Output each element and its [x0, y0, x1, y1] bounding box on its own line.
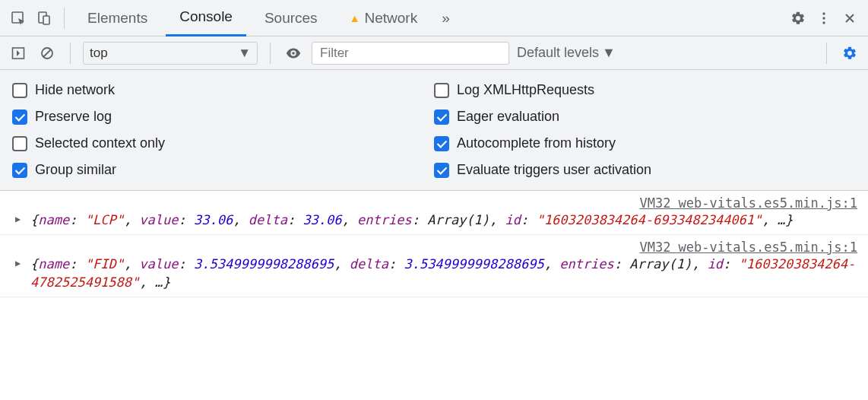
- chevron-down-icon: ▼: [238, 46, 251, 61]
- devtools-toolbar: Elements Console Sources Network »: [0, 0, 868, 37]
- setting-label: Hide network: [35, 82, 115, 98]
- device-toggle-icon[interactable]: [33, 8, 55, 29]
- svg-point-5: [822, 21, 825, 24]
- setting-autocomplete-from-history[interactable]: Autocomplete from history: [434, 135, 856, 151]
- log-object: {name: "FID", value: 3.5349999998288695,…: [30, 255, 860, 292]
- expand-arrow-icon[interactable]: ▶: [15, 258, 21, 268]
- clear-console-icon[interactable]: [36, 43, 58, 64]
- setting-label: Autocomplete from history: [457, 135, 616, 151]
- console-settings-panel: Hide networkPreserve logSelected context…: [0, 70, 868, 191]
- checkbox-icon: [12, 163, 27, 178]
- log-entry[interactable]: VM32 web-vitals.es5.min.js:1▶{name: "FID…: [0, 235, 868, 297]
- close-icon[interactable]: [839, 8, 860, 29]
- console-settings-gear-icon[interactable]: [839, 43, 860, 64]
- expand-arrow-icon[interactable]: ▶: [15, 214, 21, 224]
- setting-hide-network[interactable]: Hide network: [12, 82, 434, 98]
- separator: [70, 43, 71, 64]
- setting-selected-context-only[interactable]: Selected context only: [12, 135, 434, 151]
- setting-evaluate-triggers-user-activation[interactable]: Evaluate triggers user activation: [434, 162, 856, 178]
- filter-input[interactable]: [312, 42, 509, 65]
- console-output: VM32 web-vitals.es5.min.js:1▶{name: "LCP…: [0, 191, 868, 297]
- log-entry[interactable]: VM32 web-vitals.es5.min.js:1▶{name: "LCP…: [0, 191, 868, 235]
- separator: [64, 8, 65, 29]
- log-object: {name: "LCP", value: 33.06, delta: 33.06…: [30, 211, 860, 230]
- settings-gear-icon[interactable]: [787, 8, 809, 29]
- chevron-down-icon: ▼: [602, 45, 616, 61]
- checkbox-icon: [434, 83, 449, 98]
- checkbox-icon: [12, 136, 27, 151]
- checkbox-icon: [12, 83, 27, 98]
- checkbox-icon: [434, 110, 449, 125]
- setting-log-xmlhttprequests[interactable]: Log XMLHttpRequests: [434, 82, 856, 98]
- setting-label: Preserve log: [35, 109, 112, 125]
- setting-preserve-log[interactable]: Preserve log: [12, 109, 434, 125]
- log-source-link[interactable]: VM32 web-vitals.es5.min.js:1: [30, 240, 860, 255]
- separator: [826, 43, 827, 64]
- tab-console[interactable]: Console: [166, 0, 246, 37]
- svg-rect-2: [43, 16, 49, 24]
- checkbox-icon: [12, 110, 27, 125]
- checkbox-icon: [434, 136, 449, 151]
- setting-label: Eager evaluation: [457, 109, 559, 125]
- setting-eager-evaluation[interactable]: Eager evaluation: [434, 109, 856, 125]
- log-levels-label: Default levels: [517, 45, 599, 61]
- kebab-menu-icon[interactable]: [813, 8, 835, 29]
- log-source-link[interactable]: VM32 web-vitals.es5.min.js:1: [30, 195, 860, 211]
- console-subbar: top ▼ Default levels ▼: [0, 37, 868, 70]
- tab-sources[interactable]: Sources: [251, 0, 331, 37]
- element-picker-icon[interactable]: [8, 8, 29, 29]
- setting-label: Group similar: [35, 162, 116, 178]
- sidebar-toggle-icon[interactable]: [8, 43, 29, 64]
- setting-group-similar[interactable]: Group similar: [12, 162, 434, 178]
- context-value: top: [90, 46, 108, 61]
- log-levels-selector[interactable]: Default levels ▼: [517, 45, 616, 61]
- checkbox-icon: [434, 163, 449, 178]
- tab-elements[interactable]: Elements: [74, 0, 161, 37]
- live-expression-icon[interactable]: [283, 43, 304, 64]
- setting-label: Selected context only: [35, 135, 165, 151]
- separator: [270, 43, 271, 64]
- setting-label: Log XMLHttpRequests: [457, 82, 594, 98]
- tab-network[interactable]: Network: [336, 0, 432, 37]
- context-selector[interactable]: top ▼: [83, 42, 258, 65]
- svg-point-4: [822, 17, 825, 19]
- setting-label: Evaluate triggers user activation: [457, 162, 651, 178]
- tabs-overflow[interactable]: »: [436, 0, 456, 37]
- svg-point-3: [822, 12, 825, 14]
